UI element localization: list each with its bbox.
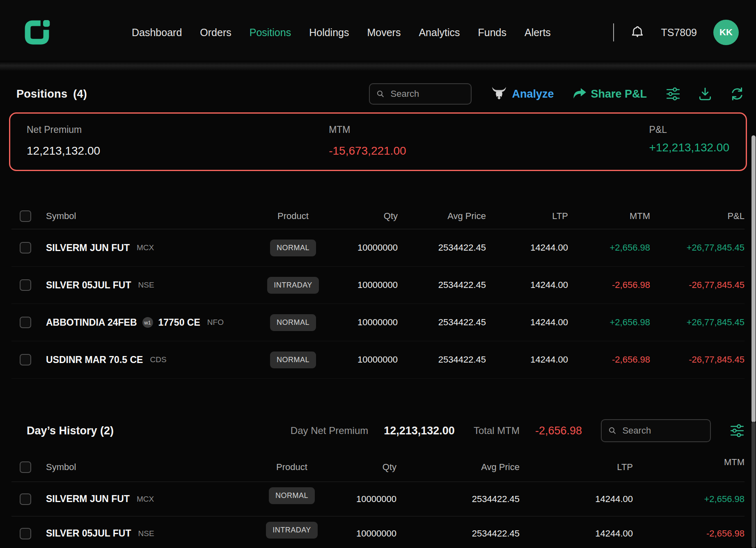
product-badge: INTRADAY — [267, 277, 319, 294]
days-history-table-body: SILVERM JUN FUT MCX NORMAL 10000000 2534… — [11, 482, 745, 548]
pnl-label: P&L — [649, 124, 729, 135]
product-badge: NORMAL — [270, 240, 316, 256]
nav-item-funds[interactable]: Funds — [478, 27, 506, 39]
nav-item-dashboard[interactable]: Dashboard — [132, 27, 182, 39]
pnl-cell: -26,77,845.45 — [650, 267, 745, 304]
position-row[interactable]: SILVER 05JUL FUT NSE INTRADAY 10000000 2… — [11, 267, 745, 304]
days-history-title-text: Day’s History — [27, 425, 97, 437]
column-header-avg-price: Avg Price — [396, 452, 520, 482]
avg-price-cell: 2534422.45 — [398, 267, 486, 304]
row-checkbox[interactable] — [20, 279, 31, 291]
position-row[interactable]: USDINR MAR 70.5 CE CDS NORMAL 10000000 2… — [11, 341, 745, 379]
history-row[interactable]: SILVER 05JUL FUT NSE INTRADAY 10000000 2… — [11, 516, 745, 548]
net-premium-stat: Net Premium 12,213,132.00 — [27, 124, 329, 158]
nav-item-orders[interactable]: Orders — [200, 27, 231, 39]
nav-divider-glow — [0, 61, 756, 71]
positions-toolbar: Analyze Share P&L — [369, 83, 745, 105]
positions-table: SymbolProductQtyAvg PriceLTPMTMP&L SILVE… — [11, 203, 745, 379]
mtm-cell: +2,656.98 — [633, 482, 745, 516]
bull-icon — [490, 86, 508, 102]
qty-cell: 10000000 — [324, 267, 398, 304]
positions-table-body: SILVERM JUN FUT MCX NORMAL 10000000 2534… — [11, 229, 745, 379]
refresh-icon[interactable] — [730, 87, 745, 101]
mtm-cell: +2,656.98 — [568, 304, 650, 341]
position-row[interactable]: SILVERM JUN FUT MCX NORMAL 10000000 2534… — [11, 229, 745, 267]
share-arrow-icon — [573, 88, 586, 100]
filter-sliders-icon[interactable] — [666, 87, 680, 101]
share-pnl-button[interactable]: Share P&L — [573, 88, 647, 100]
pnl-stat: P&L +12,213,132.00 — [649, 124, 729, 158]
column-header-qty: Qty — [324, 203, 398, 229]
row-checkbox[interactable] — [20, 354, 31, 365]
avg-price-cell: 2534422.45 — [398, 304, 486, 341]
column-header-mtm: MTM — [568, 203, 650, 229]
positions-page: Positions(4) Analyze — [0, 80, 756, 548]
brand-icon — [23, 18, 51, 47]
column-header-product: Product — [262, 203, 324, 229]
column-header-p-l: P&L — [650, 203, 745, 229]
column-header-avg-price: Avg Price — [398, 203, 486, 229]
scrollbar-thumb[interactable] — [751, 135, 756, 422]
column-header-symbol: Symbol — [46, 452, 261, 482]
nav-item-alerts[interactable]: Alerts — [525, 27, 551, 39]
history-row[interactable]: SILVERM JUN FUT MCX NORMAL 10000000 2534… — [11, 482, 745, 516]
main-nav: DashboardOrdersPositionsHoldingsMoversAn… — [132, 27, 551, 39]
total-mtm-value: -2,656.98 — [535, 425, 582, 437]
qty-cell: 10000000 — [324, 229, 398, 266]
position-row[interactable]: ABBOTINDIA 24FEB w1 17750 CE NFO NORMAL … — [11, 304, 745, 341]
days-history-search[interactable] — [601, 419, 711, 442]
analyze-label: Analyze — [512, 88, 554, 100]
qty-cell: 10000000 — [324, 304, 398, 341]
column-header-ltp: LTP — [486, 203, 568, 229]
search-icon — [608, 426, 616, 436]
toolbar-icons — [666, 87, 745, 101]
net-premium-value: 12,213,132.00 — [27, 144, 329, 158]
analyze-button[interactable]: Analyze — [490, 86, 554, 102]
nav-item-holdings[interactable]: Holdings — [309, 27, 349, 39]
symbol-name: SILVER 05JUL FUT — [46, 280, 131, 291]
row-checkbox[interactable] — [20, 317, 31, 328]
total-mtm-stat: Total MTM -2,656.98 — [474, 425, 582, 437]
days-history-stats: Day Net Premium 12,213,132.00 Total MTM … — [291, 419, 745, 442]
avg-price-cell: 2534422.45 — [396, 516, 520, 548]
days-history-table: SymbolProductQtyAvg PriceLTPMTM SILVERM … — [11, 447, 745, 548]
positions-header: Positions(4) Analyze — [11, 80, 745, 108]
user-id[interactable]: TS7809 — [661, 27, 697, 39]
app-logo[interactable] — [23, 18, 51, 47]
scrollbar-tail — [751, 422, 756, 548]
notification-bell-icon[interactable] — [630, 25, 644, 40]
product-badge: NORMAL — [269, 487, 315, 504]
select-all-checkbox[interactable] — [20, 210, 31, 222]
positions-table-header: SymbolProductQtyAvg PriceLTPMTMP&L — [11, 203, 745, 229]
page-title-text: Positions — [16, 88, 67, 100]
symbol-name: SILVERM JUN FUT — [46, 493, 130, 505]
days-history-table-header: SymbolProductQtyAvg PriceLTPMTM — [11, 447, 745, 482]
avatar[interactable]: KK — [713, 20, 739, 45]
exchange-tag: MCX — [137, 495, 154, 504]
nav-item-analytics[interactable]: Analytics — [419, 27, 460, 39]
search-input[interactable] — [391, 89, 465, 99]
days-history-count: (2) — [100, 425, 114, 437]
avg-price-cell: 2534422.45 — [396, 482, 520, 516]
qty-cell: 10000000 — [323, 516, 396, 548]
filter-sliders-icon[interactable] — [730, 423, 745, 438]
select-all-checkbox[interactable] — [20, 461, 31, 473]
download-icon[interactable] — [698, 87, 712, 101]
page-title: Positions(4) — [16, 88, 87, 100]
mtm-cell: -2,656.98 — [568, 341, 650, 378]
nav-item-positions[interactable]: Positions — [250, 27, 291, 39]
symbol-name: SILVERM JUN FUT — [46, 242, 130, 253]
row-checkbox[interactable] — [20, 493, 31, 505]
ltp-cell: 14244.00 — [520, 482, 633, 516]
top-nav-bar: DashboardOrdersPositionsHoldingsMoversAn… — [0, 0, 756, 61]
search-icon — [376, 89, 385, 99]
nav-item-movers[interactable]: Movers — [367, 27, 401, 39]
days-history-search-input[interactable] — [622, 425, 703, 436]
pnl-cell: +26,77,845.45 — [650, 229, 745, 266]
row-checkbox[interactable] — [20, 242, 31, 253]
weekly-expiry-badge: w1 — [142, 317, 153, 328]
row-checkbox[interactable] — [20, 528, 31, 539]
days-history-header: Day’s History (2) Day Net Premium 12,213… — [11, 415, 745, 447]
ltp-cell: 14244.00 — [486, 229, 568, 266]
positions-search[interactable] — [369, 83, 472, 105]
